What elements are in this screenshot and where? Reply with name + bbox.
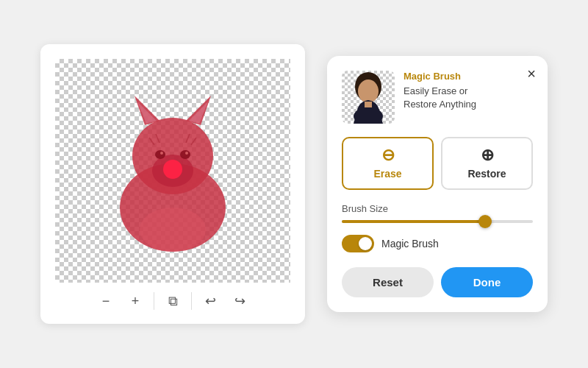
magic-brush-toggle[interactable] xyxy=(342,235,374,252)
svg-point-9 xyxy=(160,152,163,155)
zoom-in-button[interactable]: + xyxy=(124,290,146,312)
undo-button[interactable]: ↩ xyxy=(199,290,221,312)
canvas-image-area xyxy=(55,59,290,283)
layers-button[interactable]: ⧉ xyxy=(162,290,184,312)
svg-point-7 xyxy=(155,150,165,159)
svg-point-18 xyxy=(358,79,379,103)
canvas-area: − + ⧉ ↩ ↪ xyxy=(40,44,305,324)
magic-brush-toggle-label: Magic Brush xyxy=(381,238,439,250)
magic-brush-panel: × xyxy=(327,56,548,312)
restore-label: Restore xyxy=(467,168,506,180)
bottom-buttons: Reset Done xyxy=(342,267,533,297)
toolbar-divider-1 xyxy=(154,292,154,310)
restore-mode-button[interactable]: ⊕ Restore xyxy=(441,137,533,190)
panel-title: Magic Brush xyxy=(404,71,533,82)
erase-label: Erase xyxy=(373,168,401,180)
slider-fill xyxy=(342,220,485,223)
svg-marker-5 xyxy=(189,102,208,124)
brush-size-slider-track[interactable] xyxy=(342,220,533,223)
svg-point-8 xyxy=(180,150,190,159)
wolf-image[interactable] xyxy=(92,75,254,266)
restore-icon: ⊕ xyxy=(481,147,494,163)
preview-text: Magic Brush Easily Erase or Restore Anyt… xyxy=(404,71,533,111)
svg-point-10 xyxy=(185,152,188,155)
svg-point-11 xyxy=(163,160,182,179)
erase-icon: ⊖ xyxy=(381,147,395,163)
svg-point-16 xyxy=(140,208,206,252)
magic-brush-toggle-section: Magic Brush xyxy=(342,235,533,252)
erase-mode-button[interactable]: ⊖ Erase xyxy=(342,137,434,190)
preview-thumbnail xyxy=(342,71,395,124)
mode-buttons: ⊖ Erase ⊕ Restore xyxy=(342,137,533,190)
done-button[interactable]: Done xyxy=(441,267,533,297)
zoom-out-button[interactable]: − xyxy=(95,290,117,312)
canvas-toolbar: − + ⧉ ↩ ↪ xyxy=(95,283,251,312)
redo-button[interactable]: ↪ xyxy=(229,290,251,312)
thumbnail-person xyxy=(342,71,395,124)
preview-section: Magic Brush Easily Erase or Restore Anyt… xyxy=(342,71,533,124)
panel-description: Easily Erase or Restore Anything xyxy=(404,85,533,111)
reset-button[interactable]: Reset xyxy=(342,267,434,297)
toggle-knob xyxy=(359,237,372,250)
svg-rect-19 xyxy=(365,102,372,107)
slider-thumb[interactable] xyxy=(478,215,492,228)
toolbar-divider-2 xyxy=(191,292,192,310)
svg-marker-4 xyxy=(137,102,157,124)
brush-size-section: Brush Size xyxy=(342,203,533,223)
brush-size-label: Brush Size xyxy=(342,203,533,214)
close-button[interactable]: × xyxy=(527,66,536,81)
